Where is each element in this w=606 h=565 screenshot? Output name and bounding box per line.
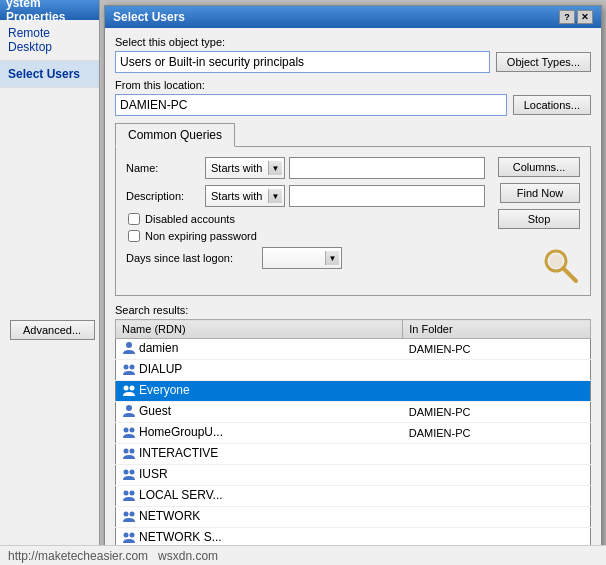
cell-folder: DAMIEN-PC bbox=[403, 423, 591, 444]
dialog-titlebar: Select Users ? ✕ bbox=[105, 6, 601, 28]
cell-name: INTERACTIVE bbox=[116, 444, 403, 465]
disabled-accounts-label: Disabled accounts bbox=[145, 213, 235, 225]
name-input[interactable] bbox=[289, 157, 485, 179]
bg-sidebar-remote-desktop[interactable]: Remote Desktop bbox=[0, 20, 99, 61]
days-row: Days since last logon: ▼ bbox=[126, 247, 485, 269]
stop-button[interactable]: Stop bbox=[498, 209, 580, 229]
object-types-button[interactable]: Object Types... bbox=[496, 52, 591, 72]
object-type-label: Select this object type: bbox=[115, 36, 591, 48]
locations-button[interactable]: Locations... bbox=[513, 95, 591, 115]
disabled-accounts-checkbox[interactable] bbox=[128, 213, 140, 225]
svg-line-1 bbox=[563, 268, 576, 281]
columns-button[interactable]: Columns... bbox=[498, 157, 580, 177]
results-section: Search results: Name (RDN) In Folder dam… bbox=[115, 304, 591, 549]
cell-name: HomeGroupU... bbox=[116, 423, 403, 444]
svg-point-6 bbox=[124, 386, 129, 391]
col-name-header[interactable]: Name (RDN) bbox=[116, 320, 403, 339]
svg-point-2 bbox=[549, 254, 563, 268]
queries-panel: Name: Starts with ▼ Description: Starts … bbox=[115, 147, 591, 296]
cell-folder bbox=[403, 507, 591, 528]
results-label: Search results: bbox=[115, 304, 591, 316]
cell-folder bbox=[403, 444, 591, 465]
name-row: Name: Starts with ▼ bbox=[126, 157, 485, 179]
cell-name: Guest bbox=[116, 402, 403, 423]
table-row[interactable]: Everyone bbox=[116, 381, 591, 402]
svg-point-3 bbox=[126, 342, 132, 348]
results-table: Name (RDN) In Folder damienDAMIEN-PC DIA… bbox=[115, 319, 591, 549]
description-label: Description: bbox=[126, 190, 201, 202]
dialog-title-buttons: ? ✕ bbox=[559, 10, 593, 24]
description-select[interactable]: Starts with ▼ bbox=[205, 185, 285, 207]
queries-left: Name: Starts with ▼ Description: Starts … bbox=[126, 157, 485, 285]
description-select-arrow: ▼ bbox=[268, 189, 282, 203]
name-label: Name: bbox=[126, 162, 201, 174]
svg-point-5 bbox=[130, 365, 135, 370]
bottom-url: http://maketecheasier.com bbox=[8, 549, 148, 563]
non-expiring-checkbox[interactable] bbox=[128, 230, 140, 242]
svg-point-4 bbox=[124, 365, 129, 370]
non-expiring-row: Non expiring password bbox=[128, 230, 485, 242]
cell-folder: DAMIEN-PC bbox=[403, 339, 591, 360]
cell-name: LOCAL SERV... bbox=[116, 486, 403, 507]
table-row[interactable]: GuestDAMIEN-PC bbox=[116, 402, 591, 423]
svg-point-10 bbox=[130, 428, 135, 433]
bg-title: ystem Properties bbox=[0, 0, 99, 20]
table-row[interactable]: NETWORK bbox=[116, 507, 591, 528]
days-select[interactable]: ▼ bbox=[262, 247, 342, 269]
table-row[interactable]: HomeGroupU...DAMIEN-PC bbox=[116, 423, 591, 444]
table-row[interactable]: IUSR bbox=[116, 465, 591, 486]
location-row: DAMIEN-PC Locations... bbox=[115, 94, 591, 116]
svg-point-11 bbox=[124, 449, 129, 454]
tab-common-queries[interactable]: Common Queries bbox=[115, 123, 235, 147]
svg-point-14 bbox=[130, 470, 135, 475]
col-folder-header[interactable]: In Folder bbox=[403, 320, 591, 339]
cell-folder bbox=[403, 360, 591, 381]
days-label: Days since last logon: bbox=[126, 252, 256, 264]
cell-name: NETWORK bbox=[116, 507, 403, 528]
search-magnifier-icon bbox=[540, 245, 580, 285]
svg-point-19 bbox=[124, 533, 129, 538]
table-row[interactable]: DIALUP bbox=[116, 360, 591, 381]
cell-folder bbox=[403, 465, 591, 486]
cell-folder bbox=[403, 381, 591, 402]
svg-point-16 bbox=[130, 491, 135, 496]
bottom-bar: http://maketecheasier.com wsxdn.com bbox=[0, 545, 606, 565]
location-label: From this location: bbox=[115, 79, 591, 91]
advanced-area: Advanced... bbox=[4, 320, 100, 340]
background-sidebar: ystem Properties Remote Desktop Select U… bbox=[0, 0, 100, 565]
table-row[interactable]: damienDAMIEN-PC bbox=[116, 339, 591, 360]
advanced-button[interactable]: Advanced... bbox=[10, 320, 95, 340]
table-row[interactable]: LOCAL SERV... bbox=[116, 486, 591, 507]
svg-point-8 bbox=[126, 405, 132, 411]
object-type-row: Users or Built-in security principals Ob… bbox=[115, 51, 591, 73]
dialog-body: Select this object type: Users or Built-… bbox=[105, 28, 601, 557]
svg-point-13 bbox=[124, 470, 129, 475]
close-button[interactable]: ✕ bbox=[577, 10, 593, 24]
cell-name: Everyone bbox=[116, 381, 403, 402]
find-now-button[interactable]: Find Now bbox=[500, 183, 580, 203]
dialog-title-text: Select Users bbox=[113, 10, 185, 24]
bg-sidebar-select-users[interactable]: Select Users bbox=[0, 61, 99, 88]
cell-folder bbox=[403, 486, 591, 507]
disabled-accounts-row: Disabled accounts bbox=[128, 213, 485, 225]
svg-point-15 bbox=[124, 491, 129, 496]
svg-point-18 bbox=[130, 512, 135, 517]
location-value: DAMIEN-PC bbox=[115, 94, 507, 116]
days-select-arrow: ▼ bbox=[325, 251, 339, 265]
non-expiring-label: Non expiring password bbox=[145, 230, 257, 242]
description-input[interactable] bbox=[289, 185, 485, 207]
cell-name: IUSR bbox=[116, 465, 403, 486]
svg-point-12 bbox=[130, 449, 135, 454]
svg-point-17 bbox=[124, 512, 129, 517]
description-row: Description: Starts with ▼ bbox=[126, 185, 485, 207]
queries-right: Columns... Find Now Stop bbox=[495, 157, 580, 285]
table-row[interactable]: INTERACTIVE bbox=[116, 444, 591, 465]
tab-bar: Common Queries bbox=[115, 122, 591, 147]
select-users-dialog: Select Users ? ✕ Select this object type… bbox=[104, 5, 602, 565]
name-select-arrow: ▼ bbox=[268, 161, 282, 175]
bg-title-text: ystem Properties bbox=[6, 0, 93, 24]
help-button[interactable]: ? bbox=[559, 10, 575, 24]
cell-name: damien bbox=[116, 339, 403, 360]
name-select[interactable]: Starts with ▼ bbox=[205, 157, 285, 179]
svg-point-9 bbox=[124, 428, 129, 433]
